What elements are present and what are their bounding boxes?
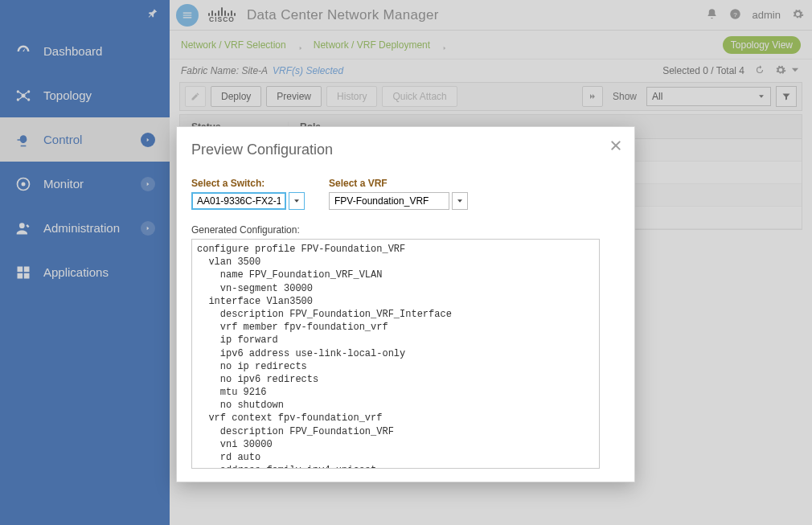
select-switch-input[interactable]: [191, 192, 286, 210]
preview-configuration-modal: Preview Configuration Select a Switch: S…: [176, 126, 635, 482]
select-vrf-label: Select a VRF: [329, 178, 468, 189]
modal-title: Preview Configuration: [191, 142, 620, 158]
generated-config-box[interactable]: configure profile FPV-Foundation_VRF vla…: [191, 239, 600, 469]
close-button[interactable]: [607, 137, 625, 154]
generated-config-text: configure profile FPV-Foundation_VRF vla…: [192, 240, 599, 469]
generated-config-label: Generated Configuration:: [191, 224, 620, 236]
select-vrf-input[interactable]: [329, 192, 449, 210]
switch-dropdown-button[interactable]: [289, 192, 305, 210]
vrf-dropdown-button[interactable]: [452, 192, 468, 210]
select-switch-label: Select a Switch:: [191, 178, 305, 189]
